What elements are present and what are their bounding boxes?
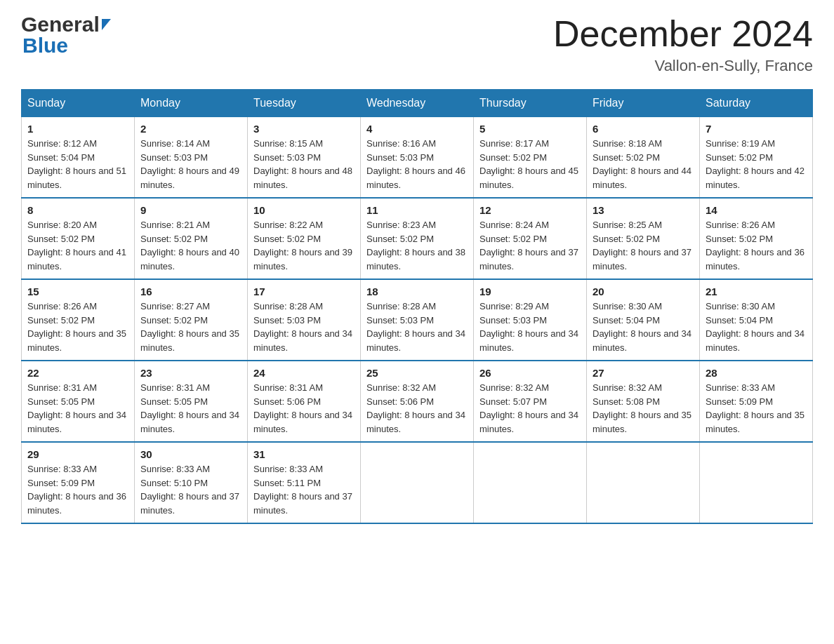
day-number: 27 [593, 367, 694, 379]
day-number: 18 [366, 286, 468, 297]
week-row-3: 15Sunrise: 8:26 AMSunset: 5:02 PMDayligh… [22, 279, 813, 361]
day-number: 15 [27, 286, 128, 297]
day-number: 7 [706, 123, 807, 135]
calendar-cell: 24Sunrise: 8:31 AMSunset: 5:06 PMDayligh… [248, 361, 361, 442]
week-row-4: 22Sunrise: 8:31 AMSunset: 5:05 PMDayligh… [22, 361, 813, 442]
day-number: 12 [479, 204, 581, 216]
header-col-monday: Monday [135, 90, 248, 117]
calendar-cell: 30Sunrise: 8:33 AMSunset: 5:10 PMDayligh… [135, 442, 248, 523]
calendar-cell: 1Sunrise: 8:12 AMSunset: 5:04 PMDaylight… [22, 117, 135, 199]
calendar-cell: 11Sunrise: 8:23 AMSunset: 5:02 PMDayligh… [361, 198, 474, 279]
day-info: Sunrise: 8:21 AMSunset: 5:02 PMDaylight:… [140, 218, 241, 273]
calendar-cell: 7Sunrise: 8:19 AMSunset: 5:02 PMDaylight… [700, 117, 813, 199]
calendar-cell: 23Sunrise: 8:31 AMSunset: 5:05 PMDayligh… [135, 361, 248, 442]
day-number: 11 [366, 204, 468, 216]
day-number: 22 [27, 367, 128, 379]
logo-blue-text: Blue [21, 34, 68, 57]
calendar-cell: 3Sunrise: 8:15 AMSunset: 5:03 PMDaylight… [248, 117, 361, 199]
calendar-header: SundayMondayTuesdayWednesdayThursdayFrid… [22, 90, 813, 117]
day-number: 29 [27, 448, 128, 460]
day-number: 23 [140, 367, 241, 379]
day-number: 16 [140, 286, 241, 297]
header-col-thursday: Thursday [474, 90, 587, 117]
calendar-cell: 22Sunrise: 8:31 AMSunset: 5:05 PMDayligh… [22, 361, 135, 442]
month-title: December 2024 [553, 14, 813, 54]
calendar-cell: 4Sunrise: 8:16 AMSunset: 5:03 PMDaylight… [361, 117, 474, 199]
day-number: 19 [479, 286, 581, 297]
location-label: Vallon-en-Sully, France [553, 57, 813, 75]
calendar-cell: 16Sunrise: 8:27 AMSunset: 5:02 PMDayligh… [135, 279, 248, 361]
day-info: Sunrise: 8:31 AMSunset: 5:05 PMDaylight:… [27, 381, 128, 436]
calendar-cell: 15Sunrise: 8:26 AMSunset: 5:02 PMDayligh… [22, 279, 135, 361]
day-info: Sunrise: 8:14 AMSunset: 5:03 PMDaylight:… [140, 137, 241, 192]
calendar-cell [474, 442, 587, 523]
header-col-saturday: Saturday [700, 90, 813, 117]
calendar-cell: 28Sunrise: 8:33 AMSunset: 5:09 PMDayligh… [700, 361, 813, 442]
week-row-1: 1Sunrise: 8:12 AMSunset: 5:04 PMDaylight… [22, 117, 813, 199]
day-info: Sunrise: 8:33 AMSunset: 5:09 PMDaylight:… [27, 462, 128, 517]
calendar-cell: 21Sunrise: 8:30 AMSunset: 5:04 PMDayligh… [700, 279, 813, 361]
day-number: 5 [479, 123, 581, 135]
day-info: Sunrise: 8:33 AMSunset: 5:11 PMDaylight:… [253, 462, 355, 517]
day-number: 2 [140, 123, 241, 135]
calendar-cell: 8Sunrise: 8:20 AMSunset: 5:02 PMDaylight… [22, 198, 135, 279]
calendar-cell: 19Sunrise: 8:29 AMSunset: 5:03 PMDayligh… [474, 279, 587, 361]
day-info: Sunrise: 8:30 AMSunset: 5:04 PMDaylight:… [593, 300, 694, 354]
day-number: 13 [593, 204, 694, 216]
day-info: Sunrise: 8:32 AMSunset: 5:06 PMDaylight:… [366, 381, 468, 436]
day-number: 1 [27, 123, 128, 135]
day-info: Sunrise: 8:28 AMSunset: 5:03 PMDaylight:… [366, 300, 468, 354]
week-row-5: 29Sunrise: 8:33 AMSunset: 5:09 PMDayligh… [22, 442, 813, 523]
calendar-cell: 2Sunrise: 8:14 AMSunset: 5:03 PMDaylight… [135, 117, 248, 199]
day-info: Sunrise: 8:25 AMSunset: 5:02 PMDaylight:… [593, 218, 694, 273]
day-number: 3 [253, 123, 355, 135]
day-number: 8 [27, 204, 128, 216]
day-number: 30 [140, 448, 241, 460]
calendar-cell: 10Sunrise: 8:22 AMSunset: 5:02 PMDayligh… [248, 198, 361, 279]
day-info: Sunrise: 8:28 AMSunset: 5:03 PMDaylight:… [253, 300, 355, 354]
week-row-2: 8Sunrise: 8:20 AMSunset: 5:02 PMDaylight… [22, 198, 813, 279]
calendar-cell: 26Sunrise: 8:32 AMSunset: 5:07 PMDayligh… [474, 361, 587, 442]
calendar-cell: 31Sunrise: 8:33 AMSunset: 5:11 PMDayligh… [248, 442, 361, 523]
day-info: Sunrise: 8:31 AMSunset: 5:06 PMDaylight:… [253, 381, 355, 436]
day-number: 31 [253, 448, 355, 460]
logo-triangle-icon [102, 19, 111, 30]
day-info: Sunrise: 8:33 AMSunset: 5:09 PMDaylight:… [706, 381, 807, 436]
page-header: General Blue December 2024 Vallon-en-Sul… [21, 14, 813, 75]
day-info: Sunrise: 8:29 AMSunset: 5:03 PMDaylight:… [479, 300, 581, 354]
day-number: 10 [253, 204, 355, 216]
day-info: Sunrise: 8:19 AMSunset: 5:02 PMDaylight:… [706, 137, 807, 192]
header-col-wednesday: Wednesday [361, 90, 474, 117]
day-info: Sunrise: 8:17 AMSunset: 5:02 PMDaylight:… [479, 137, 581, 192]
calendar-cell: 6Sunrise: 8:18 AMSunset: 5:02 PMDaylight… [587, 117, 700, 199]
day-number: 17 [253, 286, 355, 297]
day-number: 4 [366, 123, 468, 135]
day-number: 25 [366, 367, 468, 379]
day-info: Sunrise: 8:16 AMSunset: 5:03 PMDaylight:… [366, 137, 468, 192]
day-number: 26 [479, 367, 581, 379]
calendar-body: 1Sunrise: 8:12 AMSunset: 5:04 PMDaylight… [22, 117, 813, 524]
day-info: Sunrise: 8:22 AMSunset: 5:02 PMDaylight:… [253, 218, 355, 273]
day-number: 28 [706, 367, 807, 379]
day-info: Sunrise: 8:26 AMSunset: 5:02 PMDaylight:… [706, 218, 807, 273]
calendar-cell: 17Sunrise: 8:28 AMSunset: 5:03 PMDayligh… [248, 279, 361, 361]
day-info: Sunrise: 8:12 AMSunset: 5:04 PMDaylight:… [27, 137, 128, 192]
calendar-table: SundayMondayTuesdayWednesdayThursdayFrid… [21, 89, 813, 524]
logo-general-text: General [21, 14, 100, 35]
header-right: December 2024 Vallon-en-Sully, France [553, 14, 813, 75]
calendar-cell [587, 442, 700, 523]
calendar-cell: 27Sunrise: 8:32 AMSunset: 5:08 PMDayligh… [587, 361, 700, 442]
day-info: Sunrise: 8:15 AMSunset: 5:03 PMDaylight:… [253, 137, 355, 192]
calendar-cell [700, 442, 813, 523]
header-col-sunday: Sunday [22, 90, 135, 117]
calendar-cell: 18Sunrise: 8:28 AMSunset: 5:03 PMDayligh… [361, 279, 474, 361]
day-info: Sunrise: 8:20 AMSunset: 5:02 PMDaylight:… [27, 218, 128, 273]
day-number: 14 [706, 204, 807, 216]
day-number: 21 [706, 286, 807, 297]
calendar-cell: 25Sunrise: 8:32 AMSunset: 5:06 PMDayligh… [361, 361, 474, 442]
day-info: Sunrise: 8:26 AMSunset: 5:02 PMDaylight:… [27, 300, 128, 354]
day-info: Sunrise: 8:32 AMSunset: 5:08 PMDaylight:… [593, 381, 694, 436]
day-info: Sunrise: 8:30 AMSunset: 5:04 PMDaylight:… [706, 300, 807, 354]
logo: General Blue [21, 14, 111, 56]
calendar-cell: 13Sunrise: 8:25 AMSunset: 5:02 PMDayligh… [587, 198, 700, 279]
